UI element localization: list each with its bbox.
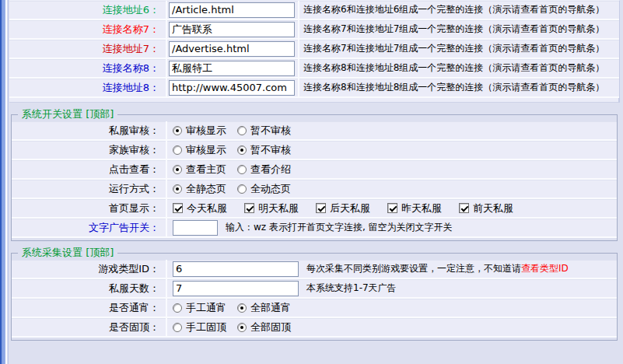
form-row: 游戏类型ID： 每次采集不同类别游戏要设置，一定注意，不知道请查看类型ID — [12, 260, 617, 279]
checkbox-icon[interactable] — [387, 203, 397, 213]
radio-option[interactable]: 审核显示 — [173, 124, 226, 138]
radio-icon[interactable] — [237, 323, 247, 332]
field-hint: 输入：wz 表示打开首页文字连接, 留空为关闭文字开关 — [226, 221, 453, 234]
checkbox-label: 今天私服 — [187, 201, 227, 215]
radio-option[interactable]: 全静态页 — [173, 182, 226, 196]
radio-icon[interactable] — [237, 184, 247, 194]
checkbox-option[interactable]: 明天私服 — [244, 201, 299, 215]
radio-option[interactable]: 暂不审核 — [237, 124, 291, 138]
form-row: 是否通宵： 手工通宵 全部通宵 — [12, 299, 617, 318]
field-label: 私服天数： — [12, 279, 167, 297]
radio-option[interactable]: 查看介绍 — [237, 163, 291, 177]
field-description: 连接名称8和连接地址8组成一个完整的连接（演示请查看首页的导航条） — [299, 61, 619, 75]
field-content: 今天私服 明天私服 后天私服 昨天私服 前天私服 — [167, 201, 617, 215]
checkbox-label: 明天私服 — [258, 201, 299, 215]
checkbox-icon[interactable] — [459, 203, 469, 213]
radio-icon[interactable] — [237, 303, 247, 313]
settings-form: 连接地址6： 连接名称6和连接地址6组成一个完整的连接（演示请查看首页的导航条）… — [9, 0, 620, 341]
form-row: 私服天数： 本系统支持1-7天广告 — [12, 279, 617, 299]
link-name-7-input[interactable] — [169, 22, 295, 37]
link-url-8-input[interactable] — [169, 80, 295, 96]
radio-icon[interactable] — [173, 184, 182, 194]
radio-label: 暂不审核 — [250, 124, 291, 138]
radio-icon[interactable] — [237, 165, 247, 174]
field-content: 审核显示 暂不审核 — [167, 124, 617, 138]
view-type-id-link[interactable]: 查看类型ID — [521, 262, 569, 275]
checkbox-icon[interactable] — [316, 203, 326, 213]
form-row: 点击查看： 查看主页 查看介绍 — [12, 160, 617, 180]
field-input-cell — [167, 79, 299, 96]
text-ad-switch-input[interactable] — [173, 220, 218, 236]
field-input-cell — [167, 20, 299, 38]
link-url-7-input[interactable] — [169, 41, 295, 57]
radio-label: 审核显示 — [186, 124, 226, 138]
section-legend: 系统开关设置 [顶部] — [18, 107, 117, 121]
field-label: 连接名称8： — [9, 59, 167, 77]
checkbox-label: 昨天私服 — [401, 201, 442, 215]
link-name-8-input[interactable] — [169, 61, 295, 76]
field-label: 连接名称7： — [9, 20, 167, 38]
checkbox-option[interactable]: 昨天私服 — [387, 201, 442, 215]
radio-icon[interactable] — [237, 145, 247, 155]
radio-icon[interactable] — [173, 126, 182, 135]
radio-label: 手工固顶 — [186, 320, 226, 334]
sifu-days-input[interactable] — [173, 281, 299, 296]
field-hint: 每次采集不同类别游戏要设置，一定注意，不知道请 — [306, 262, 521, 275]
field-label: 点击查看： — [12, 160, 167, 178]
radio-option[interactable]: 全动态页 — [237, 182, 291, 196]
radio-icon[interactable] — [173, 303, 182, 313]
table-footer — [9, 98, 619, 103]
table-row: 连接地址8： 连接名称8和连接地址8组成一个完整的连接（演示请查看首页的导航条） — [9, 79, 619, 98]
checkbox-option[interactable]: 后天私服 — [316, 201, 370, 215]
form-row: 是否固顶： 手工固顶 全部固顶 — [12, 318, 617, 338]
table-row: 连接名称8： 连接名称8和连接地址8组成一个完整的连接（演示请查看首页的导航条） — [9, 59, 619, 79]
checkbox-icon[interactable] — [173, 203, 183, 213]
link-settings-table: 连接地址6： 连接名称6和连接地址6组成一个完整的连接（演示请查看首页的导航条）… — [9, 0, 620, 103]
game-type-id-input[interactable] — [173, 261, 299, 277]
radio-label: 查看主页 — [186, 163, 226, 177]
field-label: 文字广告开关： — [12, 219, 167, 236]
field-hint: 本系统支持1-7天广告 — [306, 282, 397, 295]
radio-label: 全动态页 — [250, 182, 291, 196]
radio-option[interactable]: 全部固顶 — [237, 320, 291, 334]
form-row: 运行方式： 全静态页 全动态页 — [12, 180, 617, 199]
radio-icon[interactable] — [173, 145, 182, 155]
field-input-cell — [167, 40, 299, 58]
radio-label: 全部通宵 — [250, 301, 291, 315]
field-label: 连接地址7： — [9, 40, 167, 58]
radio-label: 查看介绍 — [250, 163, 291, 177]
radio-icon[interactable] — [173, 323, 182, 332]
field-content: 每次采集不同类别游戏要设置，一定注意，不知道请查看类型ID — [167, 261, 617, 277]
window-left-border — [0, 0, 9, 364]
radio-option[interactable]: 暂不审核 — [237, 143, 291, 157]
system-switch-fieldset: 系统开关设置 [顶部] 私服审核： 审核显示 暂不审核 家族审核： 审核显示 — [11, 107, 618, 241]
radio-option[interactable]: 手工通宵 — [173, 301, 226, 315]
field-label: 是否固顶： — [12, 318, 167, 336]
radio-label: 全静态页 — [186, 182, 226, 196]
field-description: 连接名称7和连接地址7组成一个完整的连接（演示请查看首页的导航条） — [299, 23, 619, 36]
field-content: 手工通宵 全部通宵 — [167, 301, 617, 315]
field-input-cell — [167, 1, 299, 19]
checkbox-option[interactable]: 今天私服 — [173, 201, 227, 215]
radio-option[interactable]: 审核显示 — [173, 143, 226, 157]
link-url-6-input[interactable] — [169, 2, 295, 18]
field-content: 本系统支持1-7天广告 — [167, 281, 617, 296]
field-description: 连接名称8和连接地址8组成一个完整的连接（演示请查看首页的导航条） — [299, 81, 619, 94]
radio-label: 暂不审核 — [250, 143, 291, 157]
radio-option[interactable]: 全部通宵 — [237, 301, 291, 315]
section-legend: 系统采集设置 [顶部] — [18, 246, 117, 260]
radio-option[interactable]: 查看主页 — [173, 163, 226, 177]
form-row: 家族审核： 审核显示 暂不审核 — [12, 141, 617, 160]
radio-label: 全部固顶 — [250, 320, 291, 334]
radio-option[interactable]: 手工固顶 — [173, 320, 226, 334]
field-label: 运行方式： — [12, 180, 167, 198]
checkbox-icon[interactable] — [244, 203, 254, 213]
checkbox-option[interactable]: 前天私服 — [459, 201, 513, 215]
field-content: 查看主页 查看介绍 — [167, 163, 617, 177]
radio-icon[interactable] — [237, 126, 247, 135]
field-content: 输入：wz 表示打开首页文字连接, 留空为关闭文字开关 — [167, 220, 617, 236]
radio-icon[interactable] — [173, 165, 182, 174]
field-label: 私服审核： — [12, 121, 167, 139]
table-row: 连接名称7： 连接名称7和连接地址7组成一个完整的连接（演示请查看首页的导航条） — [9, 20, 619, 40]
field-content: 手工固顶 全部固顶 — [167, 320, 617, 334]
